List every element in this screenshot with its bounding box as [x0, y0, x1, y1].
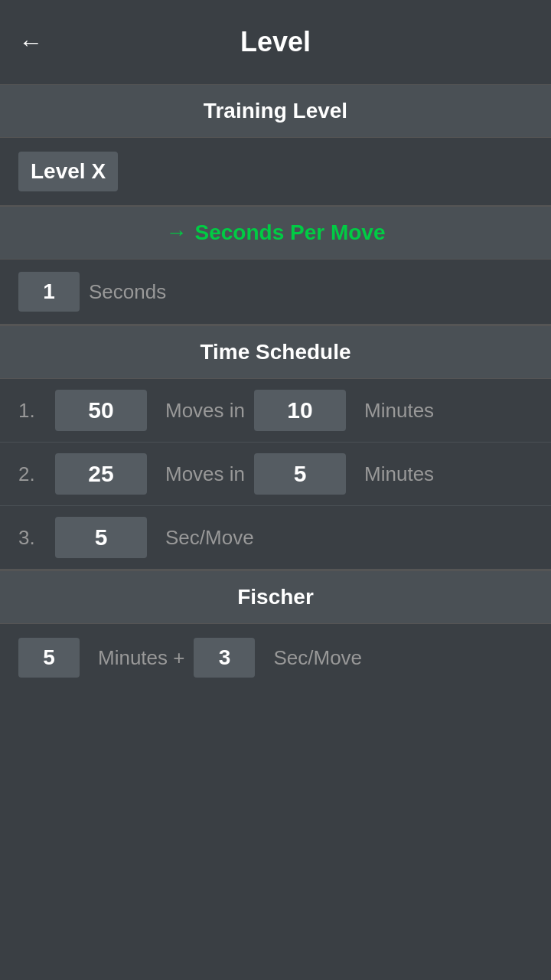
- time-label-2: Minutes: [364, 462, 434, 486]
- seconds-per-move-header[interactable]: → Seconds Per Move: [0, 206, 551, 260]
- seconds-unit-label: Seconds: [89, 280, 166, 304]
- back-button[interactable]: ←: [18, 30, 43, 54]
- level-value[interactable]: Level X: [18, 152, 118, 191]
- row-number-1: 1.: [18, 399, 46, 423]
- time-value-1[interactable]: 10: [254, 390, 346, 431]
- fischer-row: 5 Minutes + 3 Sec/Move: [0, 624, 551, 691]
- fischer-minutes-value[interactable]: 5: [18, 638, 80, 678]
- fischer-sec-label: Sec/Move: [273, 646, 362, 670]
- schedule-row-3: 3. 5 Sec/Move: [0, 505, 551, 569]
- schedule-row-2: 2. 25 Moves in 5 Minutes: [0, 442, 551, 505]
- moves-value-3[interactable]: 5: [55, 517, 147, 558]
- fischer-header: Fischer: [0, 570, 551, 624]
- seconds-per-move-row: 1 Seconds: [0, 260, 551, 325]
- schedule-row-1: 1. 50 Moves in 10 Minutes: [0, 379, 551, 442]
- header: ← Level: [0, 0, 551, 84]
- page-title: Level: [240, 26, 311, 58]
- moves-label-1: Moves in: [165, 399, 245, 423]
- row-number-3: 3.: [18, 526, 46, 550]
- training-level-header: Training Level: [0, 84, 551, 138]
- time-schedule-header: Time Schedule: [0, 325, 551, 379]
- fischer-sec-value[interactable]: 3: [194, 638, 255, 678]
- time-label-1: Minutes: [364, 399, 434, 423]
- row-number-2: 2.: [18, 462, 46, 486]
- seconds-value[interactable]: 1: [18, 272, 80, 312]
- moves-label-2: Moves in: [165, 462, 245, 486]
- moves-value-1[interactable]: 50: [55, 390, 147, 431]
- time-value-2[interactable]: 5: [254, 453, 346, 495]
- training-level-row: Level X: [0, 138, 551, 206]
- moves-label-3: Sec/Move: [165, 526, 254, 550]
- fischer-middle-label: Minutes +: [98, 646, 184, 670]
- arrow-icon: →: [166, 220, 187, 245]
- moves-value-2[interactable]: 25: [55, 453, 147, 495]
